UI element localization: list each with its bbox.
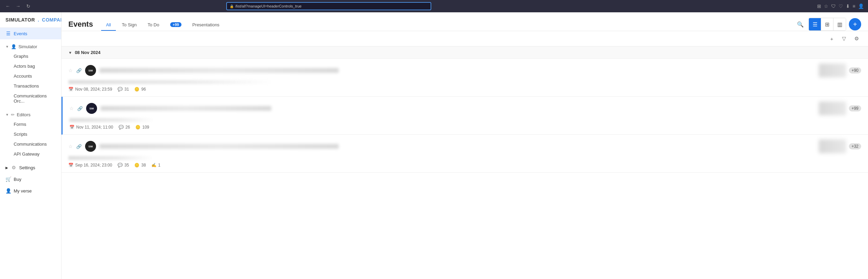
event-star-3[interactable]: ☆ bbox=[68, 144, 73, 149]
sidebar-section-header-simulator[interactable]: ▼ 👤 Simulator bbox=[5, 42, 56, 51]
event-title-3 bbox=[99, 144, 339, 149]
tab-presentations-label: Presentations bbox=[192, 22, 220, 27]
event-meta-date-2: 📅 Nov 11, 2024; 11:00 bbox=[69, 125, 113, 130]
app-container: SIMULATOR.COMPANY 🔔 ☰ Events ▼ 👤 Simulat… bbox=[0, 12, 868, 279]
reload-button[interactable]: ↻ bbox=[25, 2, 32, 10]
sidebar-item-api-gateway[interactable]: API Gateway bbox=[5, 149, 56, 159]
person-icon: 👤 bbox=[5, 188, 11, 194]
event-comments-3: 35 bbox=[124, 163, 129, 168]
sidebar: SIMULATOR.COMPANY 🔔 ☰ Events ▼ 👤 Simulat… bbox=[0, 12, 62, 279]
chevron-right-icon-settings: ▶ bbox=[5, 166, 8, 170]
sidebar-item-settings[interactable]: ▶ ⚙ Settings bbox=[0, 162, 61, 173]
tab-presentations[interactable]: Presentations bbox=[188, 19, 225, 31]
event-link-3[interactable]: 🔗 bbox=[76, 144, 82, 149]
event-meta-coins-2: 🪙 109 bbox=[135, 125, 149, 130]
sidebar-section-header-editors[interactable]: ▼ ✏ Editors bbox=[5, 110, 56, 119]
add-event-button[interactable]: + bbox=[849, 18, 861, 30]
event-right-1: +90 bbox=[819, 64, 861, 77]
sidebar-item-my-verse[interactable]: 👤 My verse bbox=[0, 185, 61, 197]
heart-icon[interactable]: ♡ bbox=[839, 3, 843, 9]
page-title: Events bbox=[68, 20, 93, 29]
event-body-3 bbox=[68, 156, 154, 160]
tab-to-do[interactable]: To Do bbox=[143, 19, 164, 31]
buy-icon: 🛒 bbox=[5, 176, 11, 182]
coin-icon-3: 🪙 bbox=[134, 163, 139, 168]
event-meta-1: 📅 Nov 08, 2024; 23:59 💬 31 🪙 96 bbox=[68, 87, 861, 92]
sidebar-item-events[interactable]: ☰ Events bbox=[0, 28, 61, 39]
event-avatar-2: SIM bbox=[86, 103, 97, 114]
grid-view-button[interactable]: ⊞ bbox=[821, 18, 833, 30]
event-link-1[interactable]: 🔗 bbox=[76, 68, 82, 73]
transactions-label: Transactions bbox=[14, 83, 39, 89]
event-meta-date-3: 📅 Sep 16, 2024; 23:00 bbox=[68, 163, 112, 168]
forms-label: Forms bbox=[14, 122, 26, 127]
event-right-3: +32 bbox=[819, 140, 861, 153]
events-icon: ☰ bbox=[5, 31, 11, 36]
bookmark-icon[interactable]: ☆ bbox=[824, 3, 828, 9]
sidebar-item-scripts[interactable]: Scripts bbox=[5, 129, 56, 139]
shield-icon[interactable]: 🛡 bbox=[831, 3, 836, 9]
forward-button[interactable]: → bbox=[14, 2, 22, 10]
list-view-button[interactable]: ☰ bbox=[809, 18, 821, 30]
buy-label: Buy bbox=[14, 177, 21, 182]
date-chevron-icon[interactable]: ▼ bbox=[68, 51, 72, 55]
event-coins-1: 96 bbox=[141, 87, 146, 92]
graphs-label: Graphs bbox=[14, 54, 28, 59]
event-star-2[interactable]: ☆ bbox=[69, 106, 74, 111]
comment-icon-2: 💬 bbox=[119, 125, 124, 130]
sidebar-item-accounts[interactable]: Accounts bbox=[5, 71, 56, 81]
simulator-icon: 👤 bbox=[11, 44, 16, 49]
browser-icons: ⊞ ☆ 🛡 ♡ ⬇ ≡ 👤 bbox=[817, 3, 864, 9]
menu-icon[interactable]: ≡ bbox=[853, 3, 855, 9]
event-top-row-2: ☆ 🔗 SIM +99 bbox=[69, 102, 861, 115]
pencil-icon: ✏ bbox=[11, 112, 15, 117]
split-view-button[interactable]: ▥ bbox=[833, 18, 846, 30]
main-content: Events All To Sign To Do +99 Presentatio… bbox=[62, 12, 868, 279]
profile-icon[interactable]: 👤 bbox=[858, 3, 864, 9]
extensions-icon[interactable]: ⊞ bbox=[817, 3, 821, 9]
event-comments-2: 26 bbox=[125, 125, 130, 130]
tab-to-do-label: To Do bbox=[148, 22, 159, 27]
address-bar[interactable]: 🔒 /list/all?manageUI=headerControls_true bbox=[226, 2, 431, 10]
simulator-label: Simulator bbox=[18, 44, 37, 49]
sidebar-item-graphs[interactable]: Graphs bbox=[5, 51, 56, 61]
download-icon[interactable]: ⬇ bbox=[846, 3, 850, 9]
event-meta-comments-3: 💬 35 bbox=[118, 163, 129, 168]
sidebar-section-editors: ▼ ✏ Editors Forms Scripts Communications… bbox=[0, 107, 61, 160]
lock-icon: 🔒 bbox=[230, 4, 234, 8]
tab-all[interactable]: All bbox=[101, 19, 116, 31]
event-card-3: ☆ 🔗 SIM +32 📅 Sep 16, 2024; 23:00 bbox=[62, 135, 868, 173]
sidebar-item-actors-bag[interactable]: Actors bag bbox=[5, 61, 56, 71]
event-meta-comments-1: 💬 31 bbox=[118, 87, 129, 92]
event-body-2 bbox=[69, 118, 155, 122]
browser-chrome: ← → ↻ 🔒 /list/all?manageUI=headerControl… bbox=[0, 0, 868, 12]
sidebar-item-forms[interactable]: Forms bbox=[5, 119, 56, 129]
events-list: ▼ 08 Nov 2024 ☆ 🔗 SIM +90 bbox=[62, 46, 868, 279]
tab-badge-99[interactable]: +99 bbox=[165, 19, 186, 30]
back-button[interactable]: ← bbox=[4, 2, 12, 10]
search-button[interactable]: 🔍 bbox=[795, 19, 806, 30]
settings-toolbar-button[interactable]: ⚙ bbox=[852, 34, 861, 43]
chevron-down-icon: ▼ bbox=[5, 45, 9, 49]
sidebar-item-buy[interactable]: 🛒 Buy bbox=[0, 173, 61, 185]
filter-button[interactable]: ▽ bbox=[839, 34, 849, 43]
sidebar-item-transactions[interactable]: Transactions bbox=[5, 81, 56, 91]
event-card-2: ☆ 🔗 SIM +99 📅 Nov 11, 2024; 11:00 bbox=[62, 97, 868, 135]
add-toolbar-button[interactable]: + bbox=[827, 34, 837, 43]
sidebar-section-simulator: ▼ 👤 Simulator Graphs Actors bag Accounts… bbox=[0, 39, 61, 107]
event-star-1[interactable]: ☆ bbox=[68, 68, 73, 73]
communications-editors-label: Communications bbox=[14, 142, 47, 147]
sidebar-item-communications-editors[interactable]: Communications bbox=[5, 139, 56, 149]
my-verse-label: My verse bbox=[14, 188, 32, 194]
sidebar-item-communications-orc[interactable]: Communications Orc... bbox=[5, 91, 56, 106]
communications-orc-label: Communications Orc... bbox=[14, 93, 47, 104]
event-right-2: +99 bbox=[819, 102, 861, 115]
tab-to-sign-label: To Sign bbox=[122, 22, 137, 27]
gear-icon: ⚙ bbox=[11, 165, 16, 170]
calendar-icon-2: 📅 bbox=[69, 125, 74, 130]
accounts-label: Accounts bbox=[14, 74, 32, 79]
event-meta-date-1: 📅 Nov 08, 2024; 23:59 bbox=[68, 87, 112, 92]
tab-to-sign[interactable]: To Sign bbox=[117, 19, 141, 31]
event-link-2[interactable]: 🔗 bbox=[77, 106, 83, 111]
toolbar: + ▽ ⚙ bbox=[62, 31, 868, 46]
